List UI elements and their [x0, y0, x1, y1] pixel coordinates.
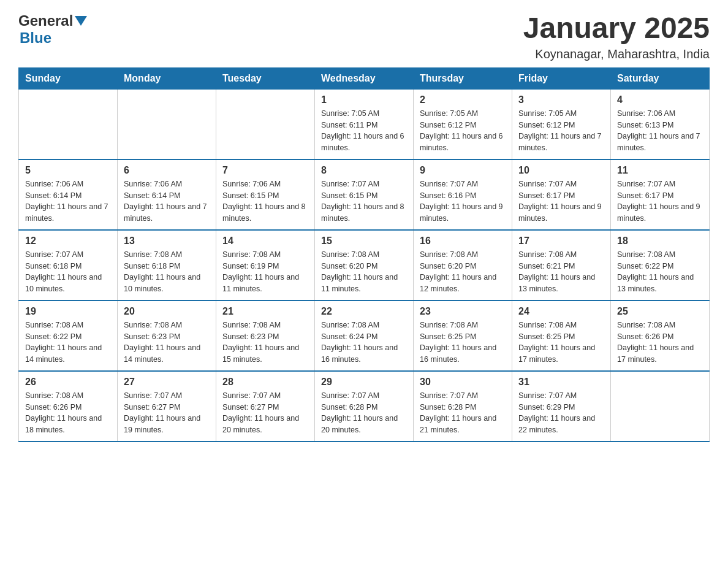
day-info: Sunrise: 7:05 AMSunset: 6:12 PMDaylight:… [420, 108, 506, 154]
calendar-cell: 27Sunrise: 7:07 AMSunset: 6:27 PMDayligh… [118, 371, 216, 442]
day-info: Sunrise: 7:07 AMSunset: 6:16 PMDaylight:… [420, 178, 506, 224]
day-number: 15 [321, 236, 407, 247]
day-number: 1 [321, 94, 407, 105]
calendar-cell: 15Sunrise: 7:08 AMSunset: 6:20 PMDayligh… [315, 230, 414, 301]
day-number: 31 [518, 377, 604, 388]
header-row: SundayMondayTuesdayWednesdayThursdayFrid… [19, 67, 710, 89]
page-header: General Blue January 2025 Koynanagar, Ma… [18, 12, 710, 61]
calendar-cell: 12Sunrise: 7:07 AMSunset: 6:18 PMDayligh… [19, 230, 118, 301]
day-number: 12 [25, 236, 111, 247]
header-day-saturday: Saturday [611, 67, 710, 89]
day-info: Sunrise: 7:08 AMSunset: 6:20 PMDaylight:… [321, 249, 407, 295]
day-number: 11 [617, 165, 703, 176]
day-number: 5 [25, 165, 111, 176]
day-info: Sunrise: 7:05 AMSunset: 6:12 PMDaylight:… [518, 108, 604, 154]
header-day-sunday: Sunday [19, 67, 118, 89]
calendar-cell: 11Sunrise: 7:07 AMSunset: 6:17 PMDayligh… [611, 159, 710, 230]
day-number: 30 [420, 377, 506, 388]
calendar-cell: 5Sunrise: 7:06 AMSunset: 6:14 PMDaylight… [19, 159, 118, 230]
calendar-cell: 24Sunrise: 7:08 AMSunset: 6:25 PMDayligh… [512, 301, 611, 371]
day-info: Sunrise: 7:06 AMSunset: 6:14 PMDaylight:… [124, 178, 210, 224]
calendar-cell: 31Sunrise: 7:07 AMSunset: 6:29 PMDayligh… [512, 371, 611, 442]
day-info: Sunrise: 7:08 AMSunset: 6:22 PMDaylight:… [617, 249, 703, 295]
day-info: Sunrise: 7:07 AMSunset: 6:17 PMDaylight:… [617, 178, 703, 224]
calendar-cell: 6Sunrise: 7:06 AMSunset: 6:14 PMDaylight… [118, 159, 216, 230]
logo-triangle-icon [75, 16, 87, 26]
day-number: 2 [420, 94, 506, 105]
day-info: Sunrise: 7:07 AMSunset: 6:29 PMDaylight:… [518, 390, 604, 436]
day-number: 4 [617, 94, 703, 105]
day-number: 25 [617, 306, 703, 317]
calendar-cell: 30Sunrise: 7:07 AMSunset: 6:28 PMDayligh… [414, 371, 512, 442]
calendar-cell: 2Sunrise: 7:05 AMSunset: 6:12 PMDaylight… [414, 89, 512, 159]
calendar-cell: 23Sunrise: 7:08 AMSunset: 6:25 PMDayligh… [414, 301, 512, 371]
day-number: 10 [518, 165, 604, 176]
header-day-thursday: Thursday [414, 67, 512, 89]
calendar-cell: 17Sunrise: 7:08 AMSunset: 6:21 PMDayligh… [512, 230, 611, 301]
calendar-cell [118, 89, 216, 159]
day-info: Sunrise: 7:08 AMSunset: 6:25 PMDaylight:… [518, 320, 604, 366]
calendar-cell: 10Sunrise: 7:07 AMSunset: 6:17 PMDayligh… [512, 159, 611, 230]
calendar-cell: 14Sunrise: 7:08 AMSunset: 6:19 PMDayligh… [216, 230, 315, 301]
header-day-wednesday: Wednesday [315, 67, 414, 89]
calendar-cell: 20Sunrise: 7:08 AMSunset: 6:23 PMDayligh… [118, 301, 216, 371]
logo-general-text: General [18, 12, 73, 29]
day-number: 17 [518, 236, 604, 247]
day-info: Sunrise: 7:06 AMSunset: 6:14 PMDaylight:… [25, 178, 111, 224]
header-day-monday: Monday [118, 67, 216, 89]
day-info: Sunrise: 7:07 AMSunset: 6:18 PMDaylight:… [25, 249, 111, 295]
calendar-week-1: 1Sunrise: 7:05 AMSunset: 6:11 PMDaylight… [19, 89, 710, 159]
day-number: 23 [420, 306, 506, 317]
day-info: Sunrise: 7:08 AMSunset: 6:23 PMDaylight:… [124, 320, 210, 366]
calendar-body: 1Sunrise: 7:05 AMSunset: 6:11 PMDaylight… [19, 89, 710, 442]
day-info: Sunrise: 7:08 AMSunset: 6:25 PMDaylight:… [420, 320, 506, 366]
calendar-cell: 7Sunrise: 7:06 AMSunset: 6:15 PMDaylight… [216, 159, 315, 230]
calendar-cell: 22Sunrise: 7:08 AMSunset: 6:24 PMDayligh… [315, 301, 414, 371]
day-number: 19 [25, 306, 111, 317]
day-number: 14 [222, 236, 308, 247]
day-number: 16 [420, 236, 506, 247]
day-number: 13 [124, 236, 210, 247]
day-number: 27 [124, 377, 210, 388]
day-info: Sunrise: 7:07 AMSunset: 6:27 PMDaylight:… [222, 390, 308, 436]
day-number: 20 [124, 306, 210, 317]
calendar-cell [611, 371, 710, 442]
header-day-tuesday: Tuesday [216, 67, 315, 89]
logo-blue-text: Blue [20, 29, 51, 47]
calendar-cell: 9Sunrise: 7:07 AMSunset: 6:16 PMDaylight… [414, 159, 512, 230]
day-number: 28 [222, 377, 308, 388]
calendar-cell: 4Sunrise: 7:06 AMSunset: 6:13 PMDaylight… [611, 89, 710, 159]
calendar-cell: 21Sunrise: 7:08 AMSunset: 6:23 PMDayligh… [216, 301, 315, 371]
calendar-week-2: 5Sunrise: 7:06 AMSunset: 6:14 PMDaylight… [19, 159, 710, 230]
title-block: January 2025 Koynanagar, Maharashtra, In… [523, 12, 710, 61]
day-number: 6 [124, 165, 210, 176]
calendar-cell: 13Sunrise: 7:08 AMSunset: 6:18 PMDayligh… [118, 230, 216, 301]
calendar-header: SundayMondayTuesdayWednesdayThursdayFrid… [19, 67, 710, 89]
day-number: 8 [321, 165, 407, 176]
day-info: Sunrise: 7:08 AMSunset: 6:21 PMDaylight:… [518, 249, 604, 295]
calendar-cell: 29Sunrise: 7:07 AMSunset: 6:28 PMDayligh… [315, 371, 414, 442]
day-number: 29 [321, 377, 407, 388]
day-number: 22 [321, 306, 407, 317]
day-info: Sunrise: 7:08 AMSunset: 6:19 PMDaylight:… [222, 249, 308, 295]
calendar-week-5: 26Sunrise: 7:08 AMSunset: 6:26 PMDayligh… [19, 371, 710, 442]
calendar-cell: 1Sunrise: 7:05 AMSunset: 6:11 PMDaylight… [315, 89, 414, 159]
day-number: 7 [222, 165, 308, 176]
calendar-cell: 3Sunrise: 7:05 AMSunset: 6:12 PMDaylight… [512, 89, 611, 159]
day-info: Sunrise: 7:06 AMSunset: 6:15 PMDaylight:… [222, 178, 308, 224]
day-info: Sunrise: 7:08 AMSunset: 6:20 PMDaylight:… [420, 249, 506, 295]
calendar-cell [216, 89, 315, 159]
calendar-cell [19, 89, 118, 159]
calendar-title: January 2025 [523, 12, 710, 45]
calendar-cell: 18Sunrise: 7:08 AMSunset: 6:22 PMDayligh… [611, 230, 710, 301]
calendar-cell: 19Sunrise: 7:08 AMSunset: 6:22 PMDayligh… [19, 301, 118, 371]
day-number: 9 [420, 165, 506, 176]
day-info: Sunrise: 7:08 AMSunset: 6:26 PMDaylight:… [617, 320, 703, 366]
calendar-week-4: 19Sunrise: 7:08 AMSunset: 6:22 PMDayligh… [19, 301, 710, 371]
calendar-cell: 28Sunrise: 7:07 AMSunset: 6:27 PMDayligh… [216, 371, 315, 442]
day-info: Sunrise: 7:08 AMSunset: 6:26 PMDaylight:… [25, 390, 111, 436]
day-info: Sunrise: 7:08 AMSunset: 6:18 PMDaylight:… [124, 249, 210, 295]
calendar-table: SundayMondayTuesdayWednesdayThursdayFrid… [18, 67, 710, 442]
calendar-cell: 8Sunrise: 7:07 AMSunset: 6:15 PMDaylight… [315, 159, 414, 230]
day-info: Sunrise: 7:07 AMSunset: 6:28 PMDaylight:… [420, 390, 506, 436]
